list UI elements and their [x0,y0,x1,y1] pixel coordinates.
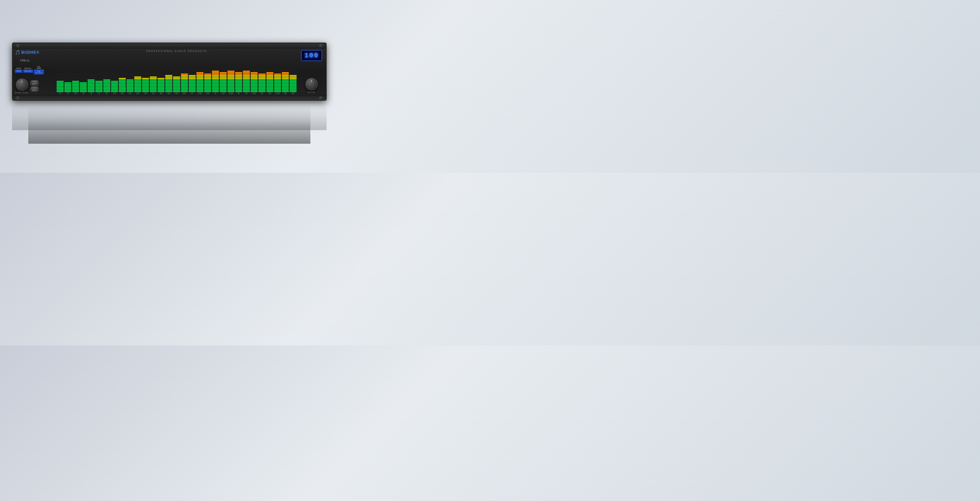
bar-segment [189,81,196,82]
bar-segment [165,72,172,73]
bar-segment [111,88,118,89]
bar-segment [119,76,126,78]
bottom-right-screw [319,96,323,100]
bar-segment [235,84,242,85]
bar-segment [189,82,196,83]
bar-segment [64,78,72,79]
bar-segment [212,81,219,82]
free-back-button-1[interactable]: FREE BACK [30,80,38,86]
bar-segment [282,91,289,92]
bar-segment [57,71,64,72]
bar-segment [212,72,219,73]
recall-button[interactable]: RECALL [23,70,33,73]
bar-segment [142,84,149,85]
bar-segment [228,84,234,85]
bar-segment [212,91,219,92]
bar-segment [72,85,79,86]
bar-segment [258,82,266,83]
bar-segment [80,91,87,92]
eq-band-100: 100 [111,66,118,94]
free-back-button-2[interactable]: FREE BACK [30,87,38,92]
band-freq-label: 315 [152,93,155,94]
bar-segment [204,88,211,89]
bar-segment [165,82,172,83]
bar-segment [258,87,266,88]
bar-segment [158,75,164,76]
bar-segment [243,87,250,88]
bar-segment [274,88,281,89]
bar-segment [165,75,172,76]
save-group: SAVE SAVE [15,67,22,73]
bar-segment [111,82,118,83]
bar-segment [95,73,102,75]
bar-segment [88,73,95,75]
bar-segment [142,66,149,67]
band-freq-label: 2.5K [221,93,225,94]
bar-segment [134,89,141,91]
bar-segment [64,87,72,88]
bar-segment [80,84,87,85]
bar-segment [173,73,180,75]
bar-segment [196,71,204,72]
bar-segment [181,88,188,89]
bar-segment [158,85,164,86]
bar-segment [134,81,141,82]
bar-segment [228,87,234,88]
bar-segment [196,89,204,91]
save-button[interactable]: SAVE [15,70,22,73]
bar-segment [103,84,110,85]
bar-segment [80,76,87,78]
band-freq-label: 1.25K [198,93,202,94]
bar-segment [95,66,102,67]
bar-segment [158,89,164,91]
band-freq-label: 125 [121,93,124,94]
bar-segment [181,87,188,88]
bar-segment [119,73,126,75]
bar-segment [158,78,164,79]
bar-segment [57,73,64,75]
bar-segment [181,69,188,70]
bar-segment [72,81,79,82]
bar-segment [228,89,234,91]
bar-segment [181,73,188,75]
bar-segment [127,82,134,83]
band-bars-20 [57,66,64,92]
bar-segment [158,88,164,89]
bar-segment [196,91,204,92]
bar-segment [64,84,72,85]
bar-segment [72,91,79,92]
bar-segment [258,80,266,81]
bar-segment [111,89,118,91]
bar-segment [165,76,172,78]
bar-segment [189,88,196,89]
eq-bypass-button[interactable]: EQBYPASS [34,70,44,75]
bar-segment [196,76,204,78]
bar-segment [258,66,266,67]
bar-segment [282,87,289,88]
bar-segment [134,69,141,70]
bar-segment [274,91,281,92]
bar-segment [88,84,95,85]
bar-segment [251,78,258,79]
control-knob[interactable] [16,78,28,91]
bar-segment [103,69,110,70]
bar-segment [189,71,196,72]
eq-bypass-group: EQPASS EQBYPASS [34,66,44,75]
bar-segment [228,73,234,75]
rack-unit: 🎵 BUDHE® FRB-31 SAVE SAVE RECALL RECALL [12,43,326,101]
bar-segment [181,80,188,81]
bar-segment [150,72,157,73]
bar-segment [57,81,64,82]
band-bars-500 [165,66,172,92]
bar-segment [72,87,79,88]
bar-segment [204,78,211,79]
bar-segment [127,72,134,73]
bar-segment [235,80,242,81]
bar-segment [142,82,149,83]
gain-knob[interactable] [305,78,318,91]
bar-segment [274,81,281,82]
eq-band-3.15K: 3.15K [228,66,234,94]
bar-segment [282,80,289,81]
bar-segment [212,82,219,83]
bar-segment [72,88,79,89]
